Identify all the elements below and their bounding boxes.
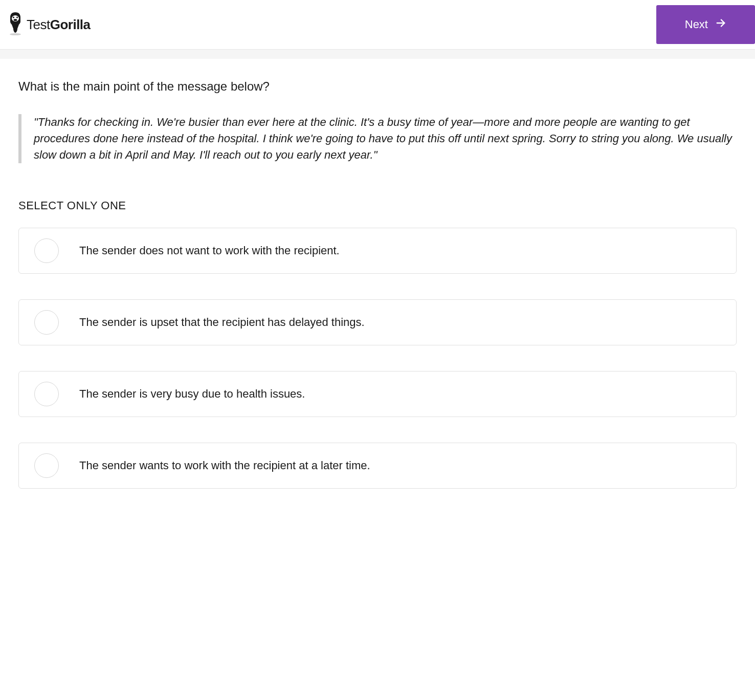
option-label: The sender wants to work with the recipi… bbox=[79, 459, 370, 472]
option-label: The sender is upset that the recipient h… bbox=[79, 316, 365, 329]
radio-icon bbox=[34, 238, 59, 263]
next-button-label: Next bbox=[685, 18, 708, 31]
svg-point-2 bbox=[13, 16, 14, 18]
gorilla-icon bbox=[7, 11, 24, 38]
next-button[interactable]: Next bbox=[656, 5, 755, 44]
question-title: What is the main point of the message be… bbox=[18, 79, 737, 94]
option-2[interactable]: The sender is upset that the recipient h… bbox=[18, 299, 737, 345]
brand-logo: TestGorilla bbox=[7, 11, 91, 38]
arrow-right-icon bbox=[715, 17, 726, 32]
option-label: The sender is very busy due to health is… bbox=[79, 387, 305, 401]
quote-block: "Thanks for checking in. We're busier th… bbox=[18, 114, 737, 163]
header: TestGorilla Next bbox=[0, 0, 755, 50]
brand-name: TestGorilla bbox=[27, 17, 91, 33]
svg-point-4 bbox=[14, 19, 17, 21]
question-content: What is the main point of the message be… bbox=[0, 59, 755, 509]
svg-point-3 bbox=[16, 16, 18, 18]
radio-icon bbox=[34, 453, 59, 478]
select-instruction: SELECT ONLY ONE bbox=[18, 199, 737, 212]
option-1[interactable]: The sender does not want to work with th… bbox=[18, 228, 737, 274]
option-label: The sender does not want to work with th… bbox=[79, 244, 340, 257]
radio-icon bbox=[34, 382, 59, 406]
svg-point-0 bbox=[10, 33, 21, 35]
brand-name-light: Test bbox=[27, 17, 50, 32]
option-3[interactable]: The sender is very busy due to health is… bbox=[18, 371, 737, 417]
separator-bar bbox=[0, 50, 755, 59]
brand-name-bold: Gorilla bbox=[50, 17, 91, 32]
option-4[interactable]: The sender wants to work with the recipi… bbox=[18, 443, 737, 489]
options-list: The sender does not want to work with th… bbox=[18, 228, 737, 489]
quote-text: "Thanks for checking in. We're busier th… bbox=[34, 114, 737, 163]
radio-icon bbox=[34, 310, 59, 335]
